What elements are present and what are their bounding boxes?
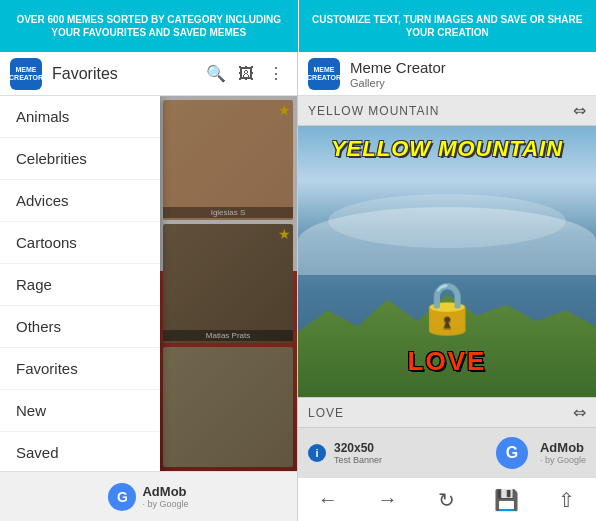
right-header-subtitle: Gallery (350, 77, 586, 89)
admob-g-letter: G (506, 444, 518, 462)
admob-banner-label: Test Banner (334, 455, 488, 465)
admob-google-sub: · by Google (540, 455, 586, 465)
meme-title-text: YELLOW MOUNTAIN (308, 104, 573, 118)
admob-right-label: AdMob · by Google (540, 440, 586, 465)
lock-heart-decoration: 🔒 (416, 279, 478, 337)
dropdown-item-animals[interactable]: Animals (0, 96, 160, 138)
meme-bottom-text: LOVE (308, 406, 573, 420)
nav-refresh-button[interactable]: ↻ (417, 478, 477, 521)
left-header-title: Favorites (52, 65, 205, 83)
main-content: MEME CREATOR Favorites 🔍 🖼 ⋮ Burning ★ I… (0, 52, 596, 521)
more-icon[interactable]: ⋮ (265, 63, 287, 85)
admob-text-left: AdMob · by Google (142, 484, 188, 509)
forward-icon: → (377, 488, 397, 511)
left-header: MEME CREATOR Favorites 🔍 🖼 ⋮ (0, 52, 297, 96)
dropdown-item-new[interactable]: New (0, 390, 160, 432)
meme-bottom-bar: LOVE ⇔ (298, 397, 596, 427)
left-panel: MEME CREATOR Favorites 🔍 🖼 ⋮ Burning ★ I… (0, 52, 298, 521)
nav-forward-button[interactable]: → (358, 478, 418, 521)
dropdown-item-rage[interactable]: Rage (0, 264, 160, 306)
right-header-titles: Meme Creator Gallery (350, 59, 586, 89)
right-banner-text: CUSTOMIZE TEXT, TURN IMAGES AND SAVE OR … (309, 13, 587, 39)
back-icon: ← (318, 488, 338, 511)
admob-inner-left: G AdMob · by Google (108, 483, 188, 511)
right-header: MEME CREATOR Meme Creator Gallery (298, 52, 596, 96)
info-circle-icon: i (308, 444, 326, 462)
fog-layer-2 (328, 194, 566, 248)
dropdown-menu: Animals Celebrities Advices Cartoons Rag… (0, 96, 160, 471)
admob-sub-text-left: · by Google (142, 499, 188, 509)
adjust-icon-bottom[interactable]: ⇔ (573, 403, 586, 422)
search-icon[interactable]: 🔍 (205, 63, 227, 85)
admob-g-logo-left: G (108, 483, 136, 511)
admob-left: G AdMob · by Google (0, 471, 297, 521)
top-banners: OVER 600 MEMES SORTED BY CATEGORY INCLUD… (0, 0, 596, 52)
right-logo-text: MEME CREATOR (307, 66, 341, 81)
admob-main-text-left: AdMob (142, 484, 188, 499)
dropdown-item-advices[interactable]: Advices (0, 180, 160, 222)
info-icon-text: i (315, 447, 318, 459)
right-header-main-title: Meme Creator (350, 59, 586, 77)
image-icon[interactable]: 🖼 (235, 63, 257, 85)
nav-back-button[interactable]: ← (298, 478, 358, 521)
right-banner: CUSTOMIZE TEXT, TURN IMAGES AND SAVE OR … (299, 0, 597, 52)
admob-banner-size: 320x50 (334, 441, 488, 455)
yellow-mountain-overlay-text: YELLOW MOUNTAIN (298, 136, 596, 162)
dropdown-item-favorites[interactable]: Favorites (0, 348, 160, 390)
images-area: Burning ★ Iglesias S ★ Matias Prats Anim… (0, 96, 297, 471)
nav-share-button[interactable]: ⇧ (536, 478, 596, 521)
love-overlay-text: LOVE (298, 346, 596, 377)
left-banner-text: OVER 600 MEMES SORTED BY CATEGORY INCLUD… (10, 13, 288, 39)
admob-main-label: AdMob (540, 440, 584, 455)
adjust-icon[interactable]: ⇔ (573, 101, 586, 120)
meme-title-bar: YELLOW MOUNTAIN ⇔ (298, 96, 596, 126)
dropdown-item-others[interactable]: Others (0, 306, 160, 348)
dropdown-item-saved[interactable]: Saved (0, 432, 160, 471)
mountain-background: 🔒 YELLOW MOUNTAIN LOVE (298, 126, 596, 397)
right-panel: MEME CREATOR Meme Creator Gallery YELLOW… (298, 52, 596, 521)
dropdown-item-cartoons[interactable]: Cartoons (0, 222, 160, 264)
refresh-icon: ↻ (438, 488, 455, 512)
admob-g-right: G (496, 437, 528, 469)
nav-bar: ← → ↻ 💾 ⇧ (298, 477, 596, 521)
admob-right-banner: i 320x50 Test Banner G AdMob · by Google (298, 427, 596, 477)
dropdown-item-celebrities[interactable]: Celebrities (0, 138, 160, 180)
right-logo: MEME CREATOR (308, 58, 340, 90)
left-logo: MEME CREATOR (10, 58, 42, 90)
left-banner: OVER 600 MEMES SORTED BY CATEGORY INCLUD… (0, 0, 299, 52)
nav-save-button[interactable]: 💾 (477, 478, 537, 521)
save-icon: 💾 (494, 488, 519, 512)
left-logo-text: MEME CREATOR (9, 66, 43, 81)
meme-image-container[interactable]: 🔒 YELLOW MOUNTAIN LOVE (298, 126, 596, 397)
admob-right-text: 320x50 Test Banner (334, 441, 488, 465)
share-icon: ⇧ (558, 488, 575, 512)
left-header-icons: 🔍 🖼 ⋮ (205, 63, 287, 85)
